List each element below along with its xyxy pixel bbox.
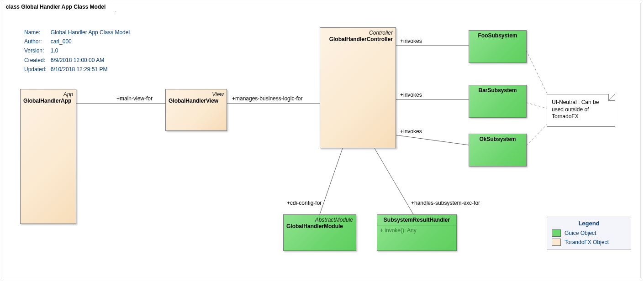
legend-box: Legend Guice Object TorandoFX Object <box>547 217 631 250</box>
diagram-title: class Global Handler App Class Model <box>6 4 106 10</box>
meta-name-key: Name: <box>24 28 49 36</box>
stereotype-label: AbstractModule <box>284 215 356 223</box>
class-name: GlobalHandlerApp <box>21 98 76 106</box>
class-global-handler-controller[interactable]: Controller GlobalHandlerController <box>320 27 396 148</box>
legend-row-guice: Guice Object <box>552 229 626 237</box>
class-foo-subsystem[interactable]: FooSubsystem <box>469 30 527 63</box>
class-global-handler-app[interactable]: App GlobalHandlerApp <box>20 89 76 224</box>
legend-tornado-label: TorandoFX Object <box>565 239 609 245</box>
meta-updated-key: Updated: <box>24 65 49 73</box>
meta-updated-val: 6/10/2018 12:29:51 PM <box>50 65 130 73</box>
class-name: FooSubsystem <box>469 31 526 41</box>
class-name: GlobalHandlerView <box>166 98 227 106</box>
meta-author-key: Author: <box>24 37 49 46</box>
meta-version-val: 1.0 <box>50 47 130 55</box>
class-bar-subsystem[interactable]: BarSubsystem <box>469 85 527 118</box>
swatch-green-icon <box>552 229 561 237</box>
note-line: used outside of <box>552 106 610 114</box>
assoc-handles-label: +handles-subsystem-exc-for <box>411 200 480 206</box>
class-global-handler-view[interactable]: View GlobalHandlerView <box>165 89 227 131</box>
assoc-invokes-ok-label: +invokes <box>400 128 422 135</box>
stereotype-label: App <box>21 89 76 98</box>
assoc-invokes-foo-label: +invokes <box>400 38 422 44</box>
stereotype-label: Controller <box>320 28 396 36</box>
note-line: UI-Neutral : Can be <box>552 99 610 106</box>
operation-invoke: + invoke(): Any <box>377 225 456 235</box>
class-global-handler-module[interactable]: AbstractModule GlobalHandlerModule <box>283 214 356 251</box>
meta-created-key: Created: <box>24 56 49 64</box>
note-line: TornadoFX <box>552 113 610 120</box>
diagram-title-tab: class Global Handler App Class Model <box>3 3 116 12</box>
note-ui-neutral[interactable]: UI-Neutral : Can be used outside of Torn… <box>547 94 615 127</box>
class-name: OkSubsystem <box>469 134 526 144</box>
meta-created-val: 6/9/2018 12:00:00 AM <box>50 56 130 64</box>
meta-version-key: Version: <box>24 47 49 55</box>
class-ok-subsystem[interactable]: OkSubsystem <box>469 134 527 167</box>
legend-row-tornado: TorandoFX Object <box>552 239 626 246</box>
assoc-main-view-for-label: +main-view-for <box>116 95 153 102</box>
diagram-metadata: Name:Global Handler App Class Model Auth… <box>23 27 131 74</box>
class-name: GlobalHandlerController <box>320 36 396 44</box>
class-subsystem-result-handler[interactable]: SubsystemResultHandler + invoke(): Any <box>377 214 457 251</box>
class-name: GlobalHandlerModule <box>284 223 356 231</box>
stereotype-label: View <box>166 89 227 98</box>
assoc-invokes-bar-label: +invokes <box>400 92 422 98</box>
assoc-cdi-config-for-label: +cdi-config-for <box>287 200 322 206</box>
legend-title: Legend <box>552 220 626 227</box>
swatch-peach-icon <box>552 239 561 246</box>
diagram-canvas: class Global Handler App Class Model Nam… <box>0 0 644 281</box>
class-name: SubsystemResultHandler <box>377 215 456 225</box>
legend-guice-label: Guice Object <box>565 230 596 236</box>
meta-author-val: carl_000 <box>50 37 130 46</box>
meta-name-val: Global Handler App Class Model <box>50 28 130 36</box>
class-name: BarSubsystem <box>469 85 526 95</box>
assoc-manages-label: +manages-business-logic-for <box>232 95 302 102</box>
